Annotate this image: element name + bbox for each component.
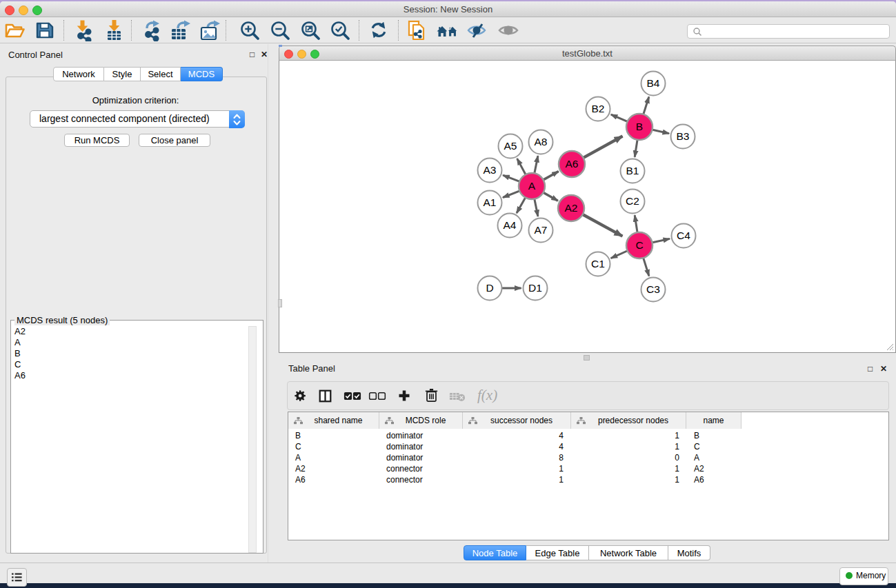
svg-text:A2: A2 [565,202,578,214]
svg-text:D: D [486,282,493,294]
svg-text:C3: C3 [646,283,660,295]
svg-text:C2: C2 [626,195,639,207]
svg-text:B2: B2 [592,103,605,114]
svg-text:D1: D1 [528,282,542,294]
svg-text:C4: C4 [677,230,690,241]
svg-text:A4: A4 [504,219,517,231]
svg-text:B: B [636,121,643,132]
svg-text:A3: A3 [484,164,497,176]
svg-text:B1: B1 [626,165,639,176]
svg-text:B3: B3 [677,130,690,142]
svg-text:A1: A1 [484,196,497,208]
svg-text:A: A [528,180,536,192]
svg-text:A5: A5 [504,140,517,152]
svg-text:A6: A6 [566,158,579,170]
svg-text:C1: C1 [591,258,605,270]
svg-text:B4: B4 [647,77,660,89]
svg-text:C: C [635,239,643,251]
svg-text:A7: A7 [535,224,548,236]
svg-text:A8: A8 [535,136,548,148]
